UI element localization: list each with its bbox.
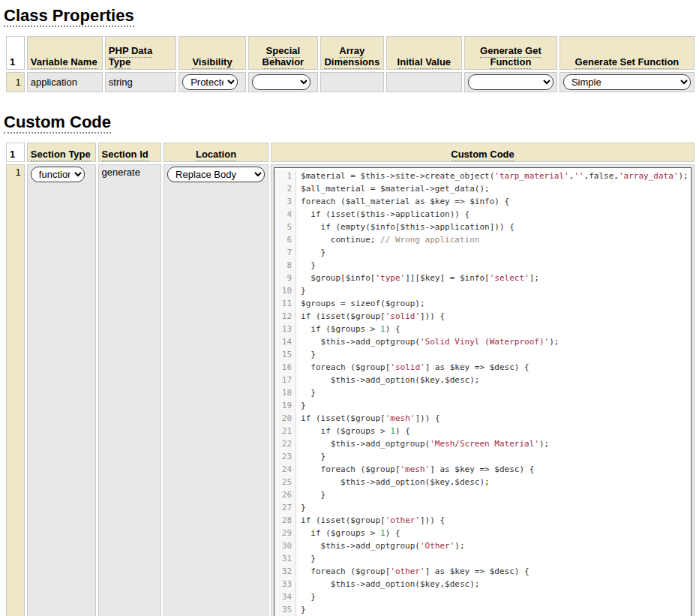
custom-code-header-row: 1 Section Type Section Id Location Custo…	[6, 143, 694, 162]
initial-value-cell	[386, 72, 462, 92]
line-number: 12	[274, 310, 296, 323]
custom-code-cell: 1$material = $this->site->create_object(…	[271, 164, 694, 616]
visibility-select[interactable]: Protected	[182, 74, 238, 90]
code-line: $this->add_optgroup('Solid Vinyl (Waterp…	[296, 335, 559, 348]
code-line: $this->add_optgroup('Other');	[296, 539, 465, 552]
code-line-row: 11$groups = sizeof($group);	[274, 297, 691, 310]
code-line-row: 7 }	[274, 246, 691, 259]
class-properties-title: Class Properties	[4, 6, 697, 26]
php-data-type-cell: string	[105, 72, 176, 92]
code-line: }	[296, 399, 306, 412]
visibility-cell: Protected	[178, 72, 246, 92]
code-line-row: 6 continue; // Wrong application	[274, 233, 691, 246]
line-number: 24	[274, 463, 296, 476]
code-line: }	[296, 488, 326, 501]
code-line: }	[296, 259, 316, 272]
line-number: 31	[274, 552, 296, 565]
class-properties-title-text: Class Properties	[4, 6, 134, 27]
generate-set-function-select[interactable]: Simple	[563, 74, 691, 90]
code-line-row: 14 $this->add_optgroup('Solid Vinyl (Wat…	[274, 335, 691, 348]
code-line-row: 28if (isset($group['other'])) {	[274, 514, 691, 527]
code-line-row: 29 if ($groups > 1) {	[274, 527, 691, 539]
line-number: 28	[274, 514, 296, 527]
code-editor[interactable]: 1$material = $this->site->create_object(…	[274, 167, 692, 616]
code-line: $all_material = $material->get_data();	[296, 182, 490, 195]
code-line: $material = $this->site->create_object('…	[296, 170, 688, 182]
col-header-visibility: Visibility	[178, 36, 246, 70]
code-line: $group[$info['type']][$key] = $info['sel…	[296, 272, 539, 284]
code-line-row: 16 foreach ($group['solid'] as $key => $…	[274, 361, 691, 374]
line-number: 32	[274, 565, 296, 578]
location-select[interactable]: Replace Body	[167, 167, 265, 182]
code-line: }	[296, 552, 316, 565]
line-number: 33	[274, 578, 296, 590]
section-type-cell: function	[27, 164, 96, 616]
line-number: 27	[274, 501, 296, 514]
variable-name-cell: application	[27, 72, 103, 92]
generate-get-function-select[interactable]	[468, 74, 554, 90]
line-number: 26	[274, 488, 296, 501]
section-id-cell: generate	[98, 164, 161, 616]
generate-set-function-cell: Simple	[560, 72, 694, 92]
line-number: 34	[274, 590, 296, 603]
code-line: }	[296, 450, 326, 463]
custom-code-title-text: Custom Code	[4, 113, 111, 134]
code-line-row: 18 }	[274, 386, 691, 399]
code-line: }	[296, 246, 326, 259]
col-header-special-behavior: Special Behavior	[248, 36, 318, 70]
line-number: 4	[274, 208, 296, 221]
code-line-row: 4 if (isset($this->application)) {	[274, 208, 691, 221]
line-number: 30	[274, 539, 296, 552]
code-line-row: 12if (isset($group['solid'])) {	[274, 310, 691, 323]
code-line: if ($groups > 1) {	[296, 425, 410, 437]
line-number: 23	[274, 450, 296, 463]
special-behavior-select[interactable]	[252, 74, 310, 90]
line-number: 6	[274, 233, 296, 246]
line-number: 29	[274, 527, 296, 539]
line-number: 7	[274, 246, 296, 259]
line-number: 21	[274, 425, 296, 437]
code-line-row: 31 }	[274, 552, 691, 565]
line-number: 8	[274, 259, 296, 272]
custom-code-table: 1 Section Type Section Id Location Custo…	[4, 140, 697, 616]
line-number: 2	[274, 182, 296, 195]
col-header-custom-code: Custom Code	[271, 143, 694, 162]
code-line-row: 34 }	[274, 590, 691, 603]
class-properties-row: 1 application string Protected Simple	[6, 72, 694, 92]
code-line-row: 30 $this->add_optgroup('Other');	[274, 539, 691, 552]
col-header-generate-get-function: Generate Get Function	[464, 36, 557, 70]
section-type-select[interactable]: function	[31, 167, 85, 182]
code-line: }	[296, 348, 316, 361]
col-header-variable-name: Variable Name	[27, 36, 103, 70]
col-header-section-type: Section Type	[27, 143, 96, 162]
code-line-row: 9 $group[$info['type']][$key] = $info['s…	[274, 272, 691, 284]
code-line-row: 35}	[274, 603, 691, 616]
line-number: 9	[274, 272, 296, 284]
code-line-row: 1$material = $this->site->create_object(…	[274, 170, 691, 182]
code-line-row: 27}	[274, 501, 691, 514]
code-line: if ($groups > 1) {	[296, 527, 400, 539]
special-behavior-cell	[248, 72, 318, 92]
col-header-array-dimensions: Array Dimensions	[320, 36, 384, 70]
line-number: 14	[274, 335, 296, 348]
line-number: 19	[274, 399, 296, 412]
col-header-php-data-type: PHP Data Type	[105, 36, 176, 70]
code-line-row: 19}	[274, 399, 691, 412]
line-number: 3	[274, 195, 296, 208]
row-index-header: 1	[6, 36, 25, 70]
code-line: foreach ($group['solid'] as $key => $des…	[296, 361, 530, 374]
code-line-row: 15 }	[274, 348, 691, 361]
col-header-generate-set-function: Generate Set Function	[560, 36, 694, 70]
code-line-row: 13 if ($groups > 1) {	[274, 323, 691, 335]
class-properties-header-row: 1 Variable Name PHP Data Type Visibility…	[6, 36, 694, 70]
generate-get-function-cell	[464, 72, 557, 92]
code-line: if (isset($this->application)) {	[296, 208, 470, 221]
code-line: }	[296, 386, 316, 399]
code-line: foreach ($group['mesh'] as $key => $desc…	[296, 463, 534, 476]
line-number: 13	[274, 323, 296, 335]
col-header-initial-value: Initial Value	[386, 36, 462, 70]
location-cell: Replace Body	[164, 164, 268, 616]
code-line: $this->add_option($key,$desc);	[296, 578, 479, 590]
code-line-row: 24 foreach ($group['mesh'] as $key => $d…	[274, 463, 691, 476]
line-number: 25	[274, 476, 296, 488]
